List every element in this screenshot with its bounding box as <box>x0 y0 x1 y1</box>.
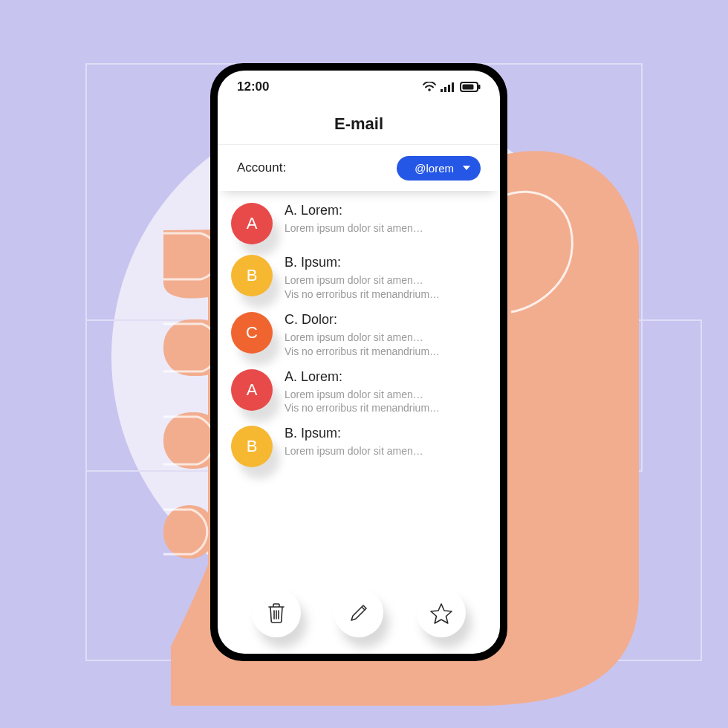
battery-icon <box>460 82 481 92</box>
trash-icon <box>266 602 287 624</box>
sender-avatar: C <box>231 312 273 354</box>
email-item[interactable]: BB. Ipsum:Lorem ipsum dolor sit amen…Vis… <box>231 255 487 302</box>
status-time: 12:00 <box>237 79 269 94</box>
email-preview-line: Lorem ipsum dolor sit amen… <box>285 331 487 345</box>
star-icon <box>429 602 453 624</box>
email-preview-line: Lorem ipsum dolor sit amen… <box>285 388 487 402</box>
page-title: E-mail <box>334 114 383 134</box>
svg-rect-6 <box>444 87 446 92</box>
email-list: AA. Lorem:Lorem ipsum dolor sit amen…BB.… <box>218 191 500 582</box>
email-text: B. Ipsum:Lorem ipsum dolor sit amen…Vis … <box>285 255 487 302</box>
svg-rect-7 <box>448 85 450 92</box>
email-item[interactable]: CC. Dolor:Lorem ipsum dolor sit amen…Vis… <box>231 312 487 359</box>
email-item[interactable]: AA. Lorem:Lorem ipsum dolor sit amen…Vis… <box>231 369 487 416</box>
svg-rect-5 <box>441 89 443 92</box>
email-sender: A. Lorem: <box>285 369 487 385</box>
email-preview-line: Vis no erroribus rit menandrium… <box>285 287 487 302</box>
email-text: A. Lorem:Lorem ipsum dolor sit amen… <box>285 203 487 235</box>
svg-rect-10 <box>463 85 474 90</box>
email-preview-line: Lorem ipsum dolor sit amen… <box>285 273 487 287</box>
email-text: B. Ipsum:Lorem ipsum dolor sit amen… <box>285 426 487 458</box>
account-selector-row: Account: @lorem <box>218 145 500 191</box>
svg-point-4 <box>428 88 431 91</box>
wifi-icon <box>423 82 436 92</box>
email-preview-line: Vis no erroribus rit menandrium… <box>285 345 487 359</box>
favorite-button[interactable] <box>417 588 466 637</box>
avatar-wrap: B <box>231 255 273 296</box>
status-icons <box>423 82 481 92</box>
pencil-icon <box>348 602 370 624</box>
svg-rect-11 <box>478 85 481 89</box>
sender-avatar: B <box>231 255 273 296</box>
signal-icon <box>441 82 455 92</box>
svg-rect-8 <box>452 82 454 92</box>
sender-avatar: A <box>231 369 273 411</box>
bottom-toolbar <box>218 582 500 654</box>
email-text: C. Dolor:Lorem ipsum dolor sit amen…Vis … <box>285 312 487 359</box>
email-text: A. Lorem:Lorem ipsum dolor sit amen…Vis … <box>285 369 487 416</box>
account-dropdown[interactable]: @lorem <box>397 156 481 181</box>
avatar-wrap: A <box>231 369 273 411</box>
account-selected-value: @lorem <box>415 162 454 175</box>
email-preview-line: Vis no erroribus rit menandrium… <box>285 401 487 415</box>
email-preview-line: Lorem ipsum dolor sit amen… <box>285 444 487 458</box>
chevron-down-icon <box>463 166 470 170</box>
email-sender: B. Ipsum: <box>285 255 487 270</box>
email-preview-line: Lorem ipsum dolor sit amen… <box>285 221 487 235</box>
phone-frame: 12:00 <box>210 63 507 661</box>
sender-avatar: B <box>231 426 273 467</box>
email-item[interactable]: AA. Lorem:Lorem ipsum dolor sit amen… <box>231 203 487 244</box>
email-item[interactable]: BB. Ipsum:Lorem ipsum dolor sit amen… <box>231 426 487 467</box>
avatar-wrap: B <box>231 426 273 467</box>
delete-button[interactable] <box>252 588 301 637</box>
app-header: E-mail <box>218 103 500 145</box>
compose-button[interactable] <box>334 588 383 637</box>
account-label: Account: <box>237 160 286 175</box>
email-sender: A. Lorem: <box>285 203 487 218</box>
email-sender: C. Dolor: <box>285 312 487 328</box>
avatar-wrap: C <box>231 312 273 354</box>
phone-screen: 12:00 <box>218 71 500 654</box>
status-bar: 12:00 <box>218 71 500 103</box>
avatar-wrap: A <box>231 203 273 244</box>
svg-rect-3 <box>163 505 215 559</box>
sender-avatar: A <box>231 203 273 244</box>
email-sender: B. Ipsum: <box>285 426 487 441</box>
